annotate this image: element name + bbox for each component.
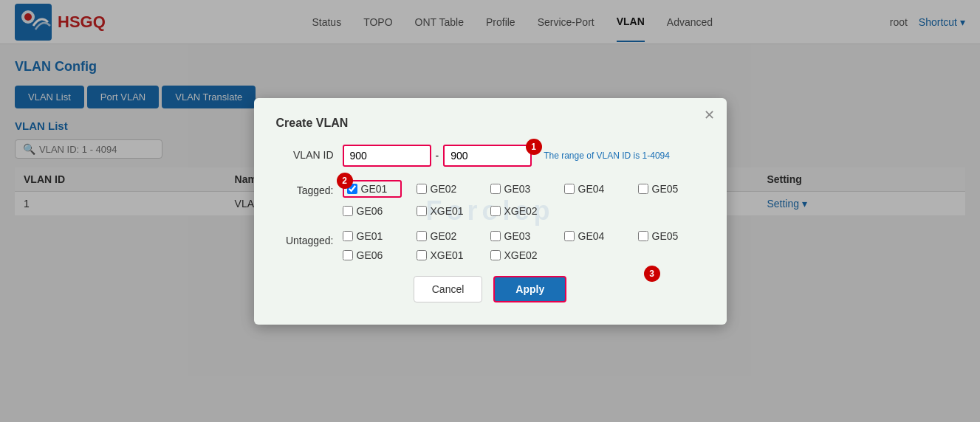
vlan-id-to-input[interactable] (443, 145, 532, 167)
tagged-xge02-label: XGE02 (504, 205, 538, 217)
untagged-checkbox-grid: GE01 GE02 GE03 GE04 (343, 230, 705, 232)
vlan-id-group: - (343, 145, 532, 167)
vlan-id-row: 1 VLAN ID - The range of VLAN ID is 1-40… (276, 145, 705, 167)
untagged-control: GE01 GE02 GE03 GE04 (343, 230, 705, 232)
tagged-control: GE01 GE02 GE03 GE04 (343, 180, 705, 217)
tagged-xge02-checkbox[interactable] (490, 206, 501, 216)
tagged-ge01-label: GE01 (361, 183, 388, 195)
tagged-ge06-item[interactable]: GE06 (343, 205, 402, 217)
untagged-ge02-checkbox[interactable] (417, 231, 427, 232)
tagged-ge05-label: GE05 (652, 183, 679, 195)
badge-2: 2 (337, 173, 353, 189)
untagged-ge01-checkbox[interactable] (343, 231, 353, 232)
untagged-ge03-label: GE03 (504, 230, 531, 232)
untagged-ge04-checkbox[interactable] (564, 231, 575, 232)
tagged-ge03-checkbox[interactable] (490, 184, 501, 194)
untagged-ge05-item[interactable]: GE05 (638, 230, 697, 232)
untagged-ge04-label: GE04 (578, 230, 605, 232)
tagged-ge02-checkbox[interactable] (417, 184, 427, 194)
badge-1: 1 (526, 139, 542, 155)
vlan-id-label: VLAN ID (276, 145, 343, 161)
tagged-ge03-item[interactable]: GE03 (490, 180, 549, 198)
untagged-ge01-label: GE01 (357, 230, 383, 232)
untagged-row: Untagged: GE01 GE02 GE03 (276, 230, 705, 232)
tagged-row: 2 Tagged: GE01 GE02 (276, 180, 705, 217)
tagged-xge01-checkbox[interactable] (417, 206, 427, 216)
vlan-id-hint: The range of VLAN ID is 1-4094 (544, 151, 670, 161)
untagged-ge05-label: GE05 (652, 230, 679, 232)
tagged-xge01-label: XGE01 (431, 205, 464, 217)
dialog-inner: 1 VLAN ID - The range of VLAN ID is 1-40… (276, 145, 705, 232)
untagged-ge02-item[interactable]: GE02 (417, 230, 476, 232)
vlan-id-control: - The range of VLAN ID is 1-4094 (343, 145, 705, 167)
tagged-ge02-item[interactable]: GE02 (417, 180, 476, 198)
tagged-ge06-label: GE06 (357, 205, 383, 217)
vlan-id-from-input[interactable] (343, 145, 431, 167)
untagged-ge04-item[interactable]: GE04 (564, 230, 623, 232)
tagged-ge06-checkbox[interactable] (343, 206, 353, 216)
vlan-id-separator: - (436, 150, 439, 162)
untagged-ge02-label: GE02 (431, 230, 457, 232)
tagged-label: Tagged: (276, 180, 343, 196)
tagged-xge02-item[interactable]: XGE02 (490, 205, 549, 217)
tagged-ge02-label: GE02 (431, 183, 457, 195)
tagged-ge03-label: GE03 (504, 183, 531, 195)
tagged-ge04-label: GE04 (578, 183, 605, 195)
tagged-ge05-checkbox[interactable] (638, 184, 648, 194)
tagged-checkbox-grid: GE01 GE02 GE03 GE04 (343, 180, 705, 217)
untagged-ge05-checkbox[interactable] (638, 231, 648, 232)
untagged-label: Untagged: (276, 230, 343, 232)
tagged-xge01-item[interactable]: XGE01 (417, 205, 476, 217)
untagged-ge03-item[interactable]: GE03 (490, 230, 549, 232)
untagged-ge03-checkbox[interactable] (490, 231, 501, 232)
untagged-ge01-item[interactable]: GE01 (343, 230, 402, 232)
create-vlan-dialog: Forolep ✕ Create VLAN 1 VLAN ID - The ra… (254, 98, 727, 232)
dialog-close-button[interactable]: ✕ (704, 108, 715, 122)
dialog-title: Create VLAN (276, 117, 705, 130)
tagged-ge04-item[interactable]: GE04 (564, 180, 623, 198)
modal-overlay: Forolep ✕ Create VLAN 1 VLAN ID - The ra… (0, 0, 980, 231)
tagged-ge05-item[interactable]: GE05 (638, 180, 697, 198)
tagged-ge04-checkbox[interactable] (564, 184, 575, 194)
